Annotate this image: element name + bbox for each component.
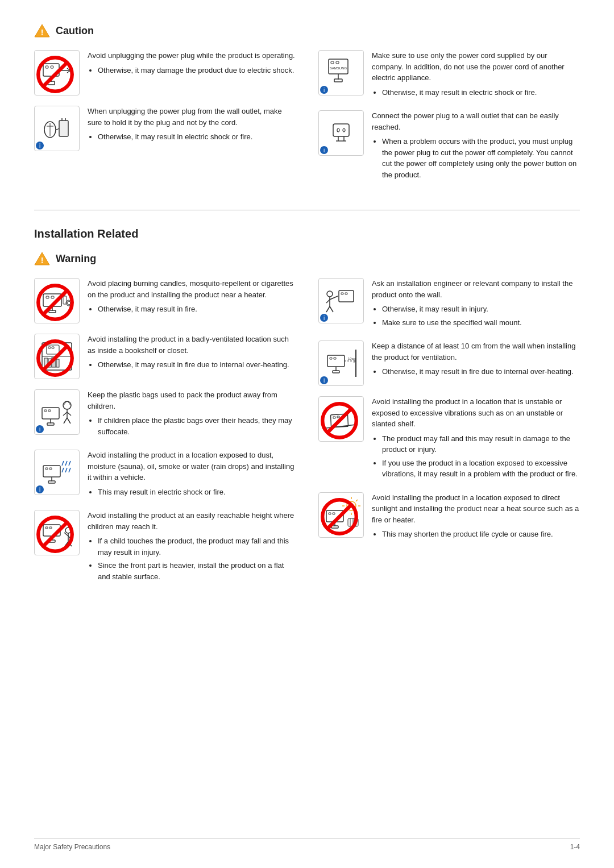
warn-text-8: Avoid installing the product in a locati…: [372, 492, 580, 542]
svg-rect-68: [49, 468, 52, 470]
svg-rect-91: [341, 293, 343, 294]
svg-point-60: [63, 401, 71, 409]
svg-rect-59: [47, 423, 54, 425]
warn-icon-7: [34, 510, 80, 555]
warn-entry-3: i Keep the plastic bags used to pack the…: [34, 389, 296, 439]
warn-text-5b: Avoid installing the product in a locati…: [372, 396, 580, 482]
svg-line-114: [327, 409, 352, 433]
svg-line-72: [65, 461, 67, 466]
caution-entry-3: SAMSUNG i Make sure to use only the powe…: [318, 50, 580, 100]
warning-left-col: Avoid placing burning candles, mosquito-…: [34, 278, 296, 595]
svg-line-54: [43, 346, 68, 371]
caution-text-4: Connect the power plug to a wall outlet …: [372, 110, 580, 182]
svg-rect-66: [43, 466, 60, 477]
warning-icon: !: [34, 251, 50, 267]
caution-two-col: Avoid unplugging the power plug while th…: [34, 50, 580, 193]
warn-icon-8: [318, 492, 364, 538]
warn-icon-6: i: [34, 450, 80, 495]
warn-entry-8: Avoid installing the product in a locati…: [318, 492, 580, 542]
warn-icon-1: [34, 278, 80, 323]
warn-entry-4: i Ask an installation engineer or releva…: [318, 278, 580, 330]
section-divider: [34, 210, 580, 210]
warn-text-4: Ask an installation engineer or relevant…: [372, 278, 580, 330]
svg-rect-67: [45, 468, 48, 470]
installation-title: Installation Related: [34, 227, 580, 240]
svg-line-76: [69, 468, 70, 472]
warn-text-6: Avoid installing the product in a locati…: [88, 450, 296, 500]
blue-dot-warn-6: i: [36, 485, 44, 493]
warn-entry-1: Avoid placing burning candles, mosquito-…: [34, 278, 296, 323]
blue-dot-warn-4: i: [320, 314, 328, 322]
svg-line-89: [43, 522, 68, 547]
svg-line-73: [69, 461, 70, 466]
caution-icon-1: [34, 50, 80, 95]
warning-title: ! Warning: [34, 251, 580, 267]
warning-right-col: i Ask an installation engineer or releva…: [318, 278, 580, 595]
warn-entry-5b: Avoid installing the product in a locati…: [318, 396, 580, 482]
svg-line-134: [327, 504, 352, 529]
caution-entry-2: i When unplugging the power plug from th…: [34, 106, 296, 151]
blue-dot-3: i: [320, 86, 328, 94]
svg-rect-100: [327, 355, 345, 367]
warn-icon-5: 10cm i: [318, 340, 364, 386]
svg-line-98: [330, 306, 333, 312]
svg-rect-56: [44, 410, 47, 412]
blue-dot-warn-5: i: [320, 376, 328, 384]
svg-rect-102: [334, 358, 336, 359]
svg-rect-20: [336, 61, 339, 64]
warn-icon-3: i: [34, 389, 80, 435]
caution-icon-3: SAMSUNG i: [318, 50, 364, 95]
warning-section: ! Warning: [34, 251, 580, 595]
caution-icon-2: i: [34, 106, 80, 151]
svg-line-65: [67, 418, 70, 423]
svg-rect-55: [42, 408, 59, 419]
blue-dot-4: i: [320, 146, 328, 154]
svg-line-71: [62, 461, 64, 466]
warn-text-5: Keep a distance of at least 10 cm from t…: [372, 340, 580, 380]
no-sign-icon-warn-1: [36, 283, 74, 322]
caution-section: ! Caution: [34, 23, 580, 193]
warn-text-1: Avoid placing burning candles, mosquito-…: [88, 278, 296, 317]
caution-left-col: Avoid unplugging the power plug while th…: [34, 50, 296, 193]
caution-icon-4: i: [318, 110, 364, 156]
caution-icon: !: [34, 23, 50, 39]
svg-text:!: !: [41, 28, 44, 37]
warn-icon-5b: [318, 396, 364, 442]
svg-rect-92: [345, 293, 347, 294]
svg-line-64: [64, 418, 67, 423]
warn-icon-2: [34, 334, 80, 379]
footer-left: Major Safety Precautions: [34, 843, 110, 851]
warn-entry-6: i Avoid installing the product in a loca…: [34, 450, 296, 500]
warn-entry-5: 10cm i Keep a distance of at least 10 cm…: [318, 340, 580, 386]
warn-icon-4: i: [318, 278, 364, 323]
warning-two-col: Avoid placing burning candles, mosquito-…: [34, 278, 580, 595]
svg-rect-101: [330, 358, 332, 359]
no-sign-icon-warn-5b: [320, 401, 359, 440]
svg-rect-24: [333, 124, 349, 136]
svg-line-63: [67, 412, 71, 416]
svg-text:10cm: 10cm: [348, 357, 356, 360]
blue-dot-warn-3: i: [36, 425, 44, 433]
no-sign-icon-1: [36, 55, 74, 94]
svg-line-62: [63, 412, 67, 416]
svg-rect-70: [48, 481, 55, 483]
svg-line-43: [43, 290, 68, 315]
svg-point-25: [337, 128, 339, 132]
svg-rect-22: [334, 79, 342, 82]
warn-entry-7: Avoid installing the product at an easil…: [34, 510, 296, 584]
svg-point-26: [343, 128, 345, 132]
svg-line-96: [326, 300, 330, 303]
svg-rect-12: [59, 121, 68, 136]
caution-right-col: SAMSUNG i Make sure to use only the powe…: [318, 50, 580, 193]
warn-entry-2: Avoid installing the product in a badly-…: [34, 334, 296, 379]
caution-entry-1: Avoid unplugging the power plug while th…: [34, 50, 296, 95]
warn-text-7: Avoid installing the product at an easil…: [88, 510, 296, 584]
svg-line-97: [326, 306, 330, 312]
caution-text-3: Make sure to use only the power cord sup…: [372, 50, 580, 100]
no-sign-icon-warn-7: [36, 515, 74, 554]
caution-title: ! Caution: [34, 23, 580, 39]
warn-text-2: Avoid installing the product in a badly-…: [88, 334, 296, 373]
caution-text-1: Avoid unplugging the power plug while th…: [88, 50, 296, 78]
installation-section: Installation Related ! Warning: [34, 210, 580, 595]
footer-right: 1-4: [570, 843, 580, 851]
